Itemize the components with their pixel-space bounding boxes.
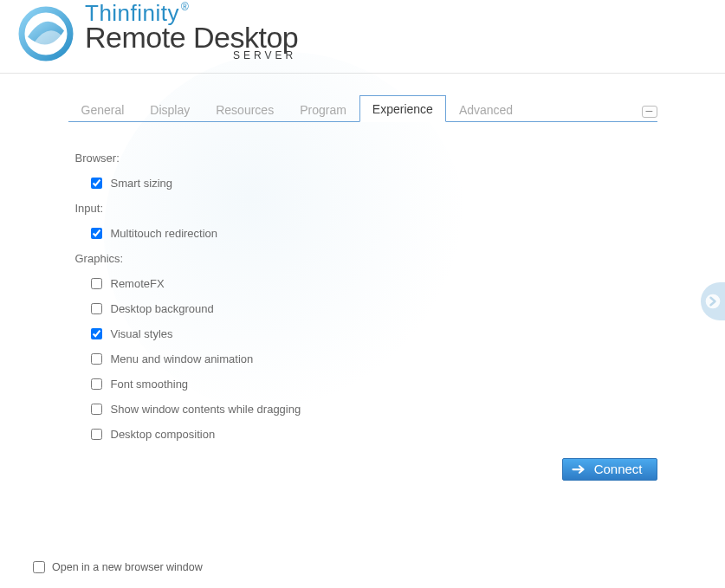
show-drag-checkbox[interactable] [91, 404, 102, 415]
desktop-comp-checkbox[interactable] [91, 429, 102, 440]
tab-resources[interactable]: Resources [203, 96, 287, 122]
tab-display[interactable]: Display [137, 96, 203, 122]
experience-panel: Browser: Smart sizing Input: Multitouch … [68, 122, 657, 524]
remotefx-label[interactable]: RemoteFX [111, 277, 165, 290]
arrow-right-icon [572, 463, 587, 475]
visual-styles-label[interactable]: Visual styles [111, 327, 173, 340]
desktop-bg-label[interactable]: Desktop background [111, 302, 214, 315]
desktop-comp-label[interactable]: Desktop composition [111, 428, 216, 441]
brand-text: Thinfinity® Remote Desktop SERVER [85, 2, 298, 61]
multitouch-label[interactable]: Multitouch redirection [111, 227, 218, 240]
smart-sizing-checkbox[interactable] [91, 178, 102, 189]
footer-option: Open in a new browser window [33, 561, 203, 573]
font-smoothing-checkbox[interactable] [91, 378, 102, 390]
remotefx-checkbox[interactable] [91, 278, 102, 289]
new-window-checkbox[interactable] [33, 561, 45, 573]
svg-point-1 [706, 294, 721, 309]
collapse-button[interactable]: – [642, 106, 657, 118]
menu-anim-checkbox[interactable] [91, 353, 102, 365]
visual-styles-checkbox[interactable] [91, 328, 102, 339]
tab-advanced[interactable]: Advanced [446, 96, 526, 122]
new-window-label[interactable]: Open in a new browser window [52, 561, 203, 573]
brand-logo-icon [16, 3, 76, 64]
menu-anim-label[interactable]: Menu and window animation [111, 352, 254, 365]
show-drag-label[interactable]: Show window contents while dragging [111, 403, 301, 416]
connect-button-label: Connect [594, 462, 643, 476]
multitouch-checkbox[interactable] [91, 228, 102, 239]
tab-program[interactable]: Program [287, 96, 359, 122]
brand-line2: Remote Desktop [85, 23, 298, 52]
tab-experience[interactable]: Experience [359, 95, 446, 122]
desktop-bg-checkbox[interactable] [91, 303, 102, 314]
smart-sizing-label[interactable]: Smart sizing [111, 177, 173, 190]
input-section-label: Input: [75, 202, 657, 215]
graphics-section-label: Graphics: [75, 252, 657, 265]
connect-button[interactable]: Connect [562, 458, 657, 481]
arrow-right-circle-icon [704, 293, 722, 310]
side-drawer-button[interactable] [701, 282, 725, 320]
tab-bar: General Display Resources Program Experi… [68, 94, 657, 122]
main-content: General Display Resources Program Experi… [68, 94, 657, 524]
font-smoothing-label[interactable]: Font smoothing [111, 378, 189, 391]
tab-general[interactable]: General [68, 96, 138, 122]
browser-section-label: Browser: [75, 152, 657, 165]
header: Thinfinity® Remote Desktop SERVER [0, 0, 725, 74]
